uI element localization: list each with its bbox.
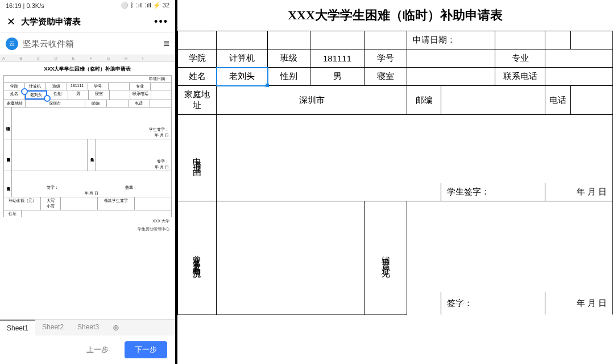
- lbl-class: 班级: [268, 49, 310, 68]
- p-seal: 盖章：: [125, 185, 137, 191]
- row-reason-sign: 学生签字： 年 月 日: [178, 183, 613, 201]
- val-name[interactable]: 老刘头: [217, 68, 268, 86]
- lbl-name: 姓名: [178, 68, 217, 86]
- val-phone[interactable]: [545, 68, 613, 86]
- lbl-bonus: 曾获奖学金及补助情况: [178, 201, 217, 315]
- lbl-phone: 联系电话: [495, 68, 545, 86]
- row-bonus-tutor: 曾获奖学金及补助情况 辅导员意见: [178, 201, 613, 292]
- p-sign2: 签字：: [97, 159, 169, 164]
- p-reason-area: 学生签字： 年 月 日: [12, 107, 171, 139]
- p-phone: 联系电话: [130, 90, 151, 100]
- cloud-logo-icon: 云: [6, 38, 18, 50]
- apply-date: 申请日期：: [407, 31, 495, 49]
- lbl-zip: 邮编: [407, 86, 441, 115]
- lbl-tutor-sign: 签字：: [441, 292, 545, 315]
- hamburger-icon[interactable]: ≡: [163, 38, 169, 50]
- p-sex-v: 男: [68, 90, 89, 100]
- p-sign3: 签字：: [47, 185, 59, 191]
- val-tutor[interactable]: [407, 201, 613, 292]
- inbox-label: 坚果云收件箱: [23, 39, 163, 49]
- p-small: 小写: [42, 204, 59, 209]
- p-recv: 领款学生签字: [98, 197, 135, 210]
- p-phone-v: [151, 90, 172, 100]
- form-title: XXX大学学生困难（临时）补助申请表: [177, 0, 613, 31]
- p-saddr: 住址: [4, 210, 22, 217]
- tab-sheet2[interactable]: Sheet2: [35, 320, 71, 336]
- p-tel: 电话: [129, 100, 150, 107]
- lbl-dorm: 寝室: [365, 68, 407, 86]
- p-bonus: 曾获奖学金及补助情况: [4, 139, 12, 171]
- val-college[interactable]: 计算机: [217, 49, 268, 68]
- next-button[interactable]: 下一步: [125, 341, 167, 358]
- more-icon[interactable]: •••: [154, 16, 168, 28]
- row-address: 家庭地址 深圳市 邮编 电话: [178, 86, 613, 115]
- row-name: 姓名 老刘头 性别 男 寝室 联系电话: [178, 68, 613, 86]
- p-recv-v: [135, 197, 171, 210]
- val-major[interactable]: [545, 49, 613, 68]
- p-tel-v: [150, 100, 171, 107]
- prev-button[interactable]: 上一步: [76, 341, 119, 358]
- lbl-sex: 性别: [268, 68, 310, 86]
- p-center: 学生资助管理中心: [3, 225, 172, 233]
- lbl-tel: 电话: [545, 86, 571, 115]
- tab-sheet3[interactable]: Sheet3: [71, 320, 106, 336]
- p-date: 年 月 日: [13, 133, 169, 138]
- p-college-opinion: 学院负责人意见: [4, 171, 12, 197]
- p-class-v: 181111: [67, 83, 88, 90]
- tab-sheet1[interactable]: Sheet1: [0, 320, 35, 336]
- p-name: 姓名: [4, 90, 25, 100]
- p-zip: 邮编: [85, 100, 107, 107]
- lbl-student-sign: 学生签字：: [441, 183, 545, 201]
- val-tel[interactable]: [571, 86, 613, 115]
- p-sid: 学号: [88, 83, 109, 90]
- p-dorm-v: [110, 90, 131, 100]
- status-bar: 16:19 | 0.3K/s ⚪ ᛒ ⁚ıll ⁚ıll ⚡ 32: [0, 0, 175, 11]
- p-addr-v: 深圳市: [26, 100, 85, 107]
- p-amount: 补助金额（元）: [4, 197, 41, 210]
- row-college: 学院 计算机 班级 181111 学号 专业: [178, 49, 613, 68]
- val-reason[interactable]: [217, 115, 613, 183]
- mobile-preview: 16:19 | 0.3K/s ⚪ ᛒ ⁚ıll ⁚ıll ⚡ 32 ✕ 大学资助…: [0, 0, 177, 364]
- form-zoom: XXX大学学生困难（临时）补助申请表 申请日期： 学院 计算机 班级 18111…: [177, 0, 613, 364]
- p-name-v[interactable]: 老刘头: [25, 90, 48, 100]
- val-sid[interactable]: [407, 49, 495, 68]
- date-row: 申请日期：: [178, 31, 613, 49]
- status-time: 16:19 | 0.3K/s: [6, 2, 44, 9]
- sheet-tabs: Sheet1 Sheet2 Sheet3 ⊕: [0, 319, 175, 336]
- form-table: 申请日期： 学院 计算机 班级 181111 学号 专业 姓名 老刘头 性别 男…: [177, 31, 613, 315]
- status-icons: ⚪ ᛒ ⁚ıll ⁚ıll ⚡ 32: [121, 2, 169, 9]
- p-college-v: 计算机: [25, 83, 46, 90]
- p-zip-v: [107, 100, 129, 107]
- p-amount-v: [61, 197, 98, 210]
- spreadsheet-preview[interactable]: XXX大学学生困难（临时）补助申请表 申请日期： 学院 计算机 班级 18111…: [0, 62, 175, 319]
- p-sex: 性别: [47, 90, 68, 100]
- p-addr: 家庭地址: [4, 100, 26, 107]
- lbl-sid: 学号: [365, 49, 407, 68]
- p-school: XXX 大学: [3, 217, 172, 225]
- applydate-label: 申请日期：: [4, 76, 171, 82]
- p-major: 专业: [130, 83, 151, 90]
- val-dorm[interactable]: [407, 68, 495, 86]
- val-addr[interactable]: 深圳市: [217, 86, 407, 115]
- lbl-addr: 家庭地址: [178, 86, 217, 115]
- column-ruler: A B C D E F G H I: [0, 55, 175, 62]
- p-date2: 年 月 日: [97, 164, 169, 170]
- p-college-area: 签字：盖章： 年 月 日: [12, 171, 171, 197]
- preview-title: XXX大学学生困难（临时）补助申请表: [3, 63, 172, 75]
- row-reason: 申请理由: [178, 115, 613, 183]
- val-sex[interactable]: 男: [310, 68, 365, 86]
- val-zip[interactable]: [441, 86, 545, 115]
- val-class[interactable]: 181111: [310, 49, 365, 68]
- add-sheet-button[interactable]: ⊕: [106, 320, 126, 336]
- p-sid-v: [109, 83, 130, 90]
- p-tutor: 辅导员意见: [88, 139, 96, 171]
- p-date3: 年 月 日: [13, 191, 170, 196]
- lbl-date2: 年 月 日: [545, 292, 613, 315]
- lbl-reason: 申请理由: [178, 115, 217, 201]
- p-bonus-area: [12, 139, 88, 171]
- close-icon[interactable]: ✕: [7, 15, 15, 28]
- app-title: 大学资助申请表: [21, 16, 154, 27]
- val-bonus[interactable]: [217, 201, 365, 315]
- p-class: 班级: [46, 83, 67, 90]
- p-sign: 学生签字：: [13, 127, 169, 133]
